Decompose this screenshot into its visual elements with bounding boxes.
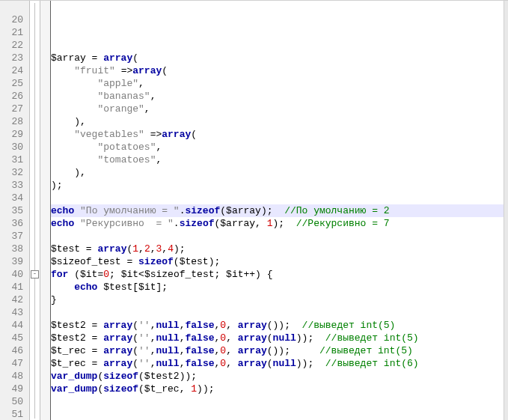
line-number: 46 — [0, 344, 29, 357]
line-number: 23 — [0, 52, 29, 64]
code-line-highlighted: echo "По умолчанию = ".sizeof($array); /… — [51, 204, 508, 217]
line-number: 42 — [0, 293, 29, 306]
code-line: $test2 = array('',null,false,0, array(nu… — [51, 332, 508, 344]
code-line: $test2 = array('',null,false,0, array())… — [51, 319, 508, 332]
code-line: $t_rec = array('',null,false,0, array())… — [51, 344, 508, 357]
line-number: 51 — [0, 408, 29, 420]
code-line: $t_rec = array('',null,false,0, array(nu… — [51, 357, 508, 370]
code-line — [51, 192, 508, 204]
line-number: 34 — [0, 192, 29, 204]
code-line: "apple", — [51, 77, 508, 90]
line-number: 21 — [0, 26, 29, 39]
line-number: 27 — [0, 103, 29, 115]
line-number: 47 — [0, 357, 29, 370]
code-line — [51, 26, 508, 39]
code-line: var_dump(sizeof($test2)); — [51, 370, 508, 383]
line-number: 24 — [0, 64, 29, 77]
line-number: 32 — [0, 166, 29, 179]
code-line: "vegetables" =>array( — [51, 128, 508, 141]
code-line: var_dump(sizeof($t_rec, 1)); — [51, 383, 508, 395]
code-line: "orange", — [51, 103, 508, 115]
code-line: ); — [51, 179, 508, 192]
code-line: "potatoes", — [51, 141, 508, 153]
line-number: 20 — [0, 13, 29, 26]
code-area[interactable]: $array = array( "fruit" =>array( "apple"… — [51, 1, 508, 420]
line-number — [0, 1, 29, 13]
scrollbar-vertical[interactable] — [504, 1, 508, 420]
code-line: echo "Рекурсивно = ".sizeof($array, 1); … — [51, 217, 508, 230]
line-number: 50 — [0, 395, 29, 408]
code-line — [51, 230, 508, 243]
code-line: $array = array( — [51, 52, 508, 64]
line-number: 26 — [0, 90, 29, 103]
code-line: } — [51, 293, 508, 306]
line-number: 38 — [0, 243, 29, 255]
code-line — [51, 395, 508, 408]
line-number: 22 — [0, 39, 29, 52]
line-number: 35 — [0, 204, 29, 217]
code-line — [51, 408, 508, 420]
line-number: 48 — [0, 370, 29, 383]
code-line: echo $test[$it]; — [51, 281, 508, 293]
line-number: 41 — [0, 281, 29, 293]
code-line: "fruit" =>array( — [51, 64, 508, 77]
line-number-gutter: 2021222324252627282930313233343536373839… — [0, 1, 30, 420]
code-line — [51, 13, 508, 26]
code-line: $sizeof_test = sizeof($test); — [51, 255, 508, 268]
code-line: ), — [51, 166, 508, 179]
margin-column — [40, 1, 51, 420]
code-line — [51, 39, 508, 52]
line-number: 39 — [0, 255, 29, 268]
line-number: 43 — [0, 306, 29, 319]
line-number: 33 — [0, 179, 29, 192]
line-number: 29 — [0, 128, 29, 141]
line-number: 49 — [0, 383, 29, 395]
line-number: 45 — [0, 332, 29, 344]
code-line — [51, 1, 508, 13]
line-number: 30 — [0, 141, 29, 153]
line-number: 25 — [0, 77, 29, 90]
code-line: ), — [51, 115, 508, 128]
line-number: 36 — [0, 217, 29, 230]
fold-minus-icon[interactable]: - — [31, 270, 39, 279]
code-line: "bananas", — [51, 90, 508, 103]
line-number: 40 — [0, 268, 29, 281]
code-line: "tomatoes", — [51, 153, 508, 166]
line-number: 31 — [0, 153, 29, 166]
fold-column: - — [30, 1, 40, 420]
code-line — [51, 306, 508, 319]
line-number: 37 — [0, 230, 29, 243]
line-number: 28 — [0, 115, 29, 128]
code-line: for ($it=0; $it<$sizeof_test; $it++) { — [51, 268, 508, 281]
code-line: $test = array(1,2,3,4); — [51, 243, 508, 255]
code-editor[interactable]: 2021222324252627282930313233343536373839… — [0, 0, 508, 420]
line-number: 44 — [0, 319, 29, 332]
